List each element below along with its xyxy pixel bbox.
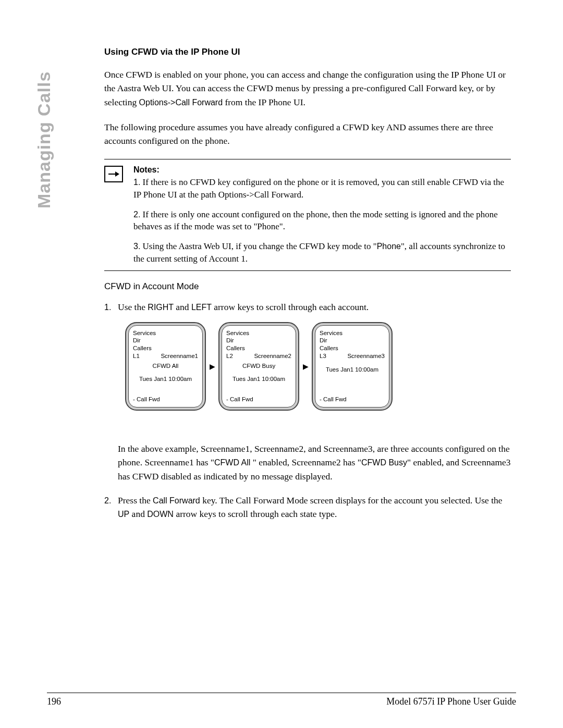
- scr-dir: Dir: [320, 337, 385, 344]
- section-heading: Using CFWD via the IP Phone UI: [104, 47, 511, 57]
- note3num: 3.: [133, 242, 140, 251]
- page-footer: 196 Model 6757i IP Phone User Guide: [47, 693, 516, 707]
- footer-page-number: 196: [47, 696, 61, 707]
- step1num-text: 1.: [104, 303, 111, 312]
- scr-dir: Dir: [226, 337, 291, 344]
- notes-block: Notes: 1. If there is no CFWD key config…: [104, 159, 511, 271]
- scr-bottom: - Call Fwd: [320, 396, 347, 403]
- s2a: Press the: [118, 495, 153, 505]
- note2num: 2.: [133, 210, 140, 219]
- phone-screen-3: Services Dir Callers L3 Screenname3 Tues…: [312, 322, 393, 411]
- intro-paragraph-2: The following procedure assumes you have…: [104, 120, 511, 148]
- phone-screen-2: Services Dir Callers L2 Screenname2 CFWD…: [218, 322, 299, 411]
- notes-row: Notes: 1. If there is no CFWD key config…: [104, 164, 511, 265]
- note1num: 1.: [133, 178, 140, 187]
- screen-inner: Services Dir Callers L2 Screenname2 CFWD…: [222, 325, 296, 408]
- scr-line-id: L1: [133, 352, 140, 360]
- scr-services: Services: [226, 329, 291, 337]
- scr-callers: Callers: [226, 344, 291, 352]
- note3a: Using the Aastra Web UI, if you change t…: [140, 241, 376, 251]
- scr-time: Tues Jan1 10:00am: [320, 366, 385, 373]
- s2d: UP: [118, 510, 129, 519]
- ad: CFWD Busy: [361, 458, 407, 467]
- arrow-right-icon: ▶: [206, 362, 218, 371]
- s2g: arrow keys to scroll through each state …: [176, 509, 337, 519]
- scr-name: Screenname3: [347, 352, 385, 360]
- notes-body: Notes: 1. If there is no CFWD key config…: [133, 164, 511, 265]
- scr-time: Tues Jan1 10:00am: [133, 375, 198, 382]
- scr-time: Tues Jan1 10:00am: [226, 375, 291, 382]
- scr-status: CFWD Busy: [226, 362, 291, 369]
- s1d: LEFT: [191, 303, 214, 312]
- scr-line4: L2 Screenname2: [226, 352, 291, 360]
- s1a: Use the: [118, 302, 148, 312]
- note-2: 2. If there is only one account configur…: [133, 208, 511, 233]
- scr-status: CFWD All: [133, 362, 198, 369]
- para1c: from the IP Phone UI.: [223, 97, 305, 107]
- step2-num: 2.: [104, 493, 118, 521]
- page: Managing Calls Using CFWD via the IP Pho…: [0, 0, 563, 728]
- side-tab-text: Managing Calls: [34, 71, 54, 208]
- s2e: and: [129, 509, 147, 519]
- phone-screen-1: Services Dir Callers L1 Screenname1 CFWD…: [125, 322, 206, 411]
- note-1: Notes: 1. If there is no CFWD key config…: [133, 164, 511, 201]
- scr-line-id: L2: [226, 352, 233, 360]
- scr-callers: Callers: [320, 344, 385, 352]
- step2-text: Press the Call Forward key. The Call For…: [118, 493, 511, 521]
- footer-doc-title: Model 6757i IP Phone User Guide: [386, 696, 516, 707]
- arrow-right-icon: ▶: [299, 362, 312, 371]
- notes-title: Notes:: [133, 165, 160, 174]
- content-area: Using CFWD via the IP Phone UI Once CFWD…: [104, 47, 511, 521]
- sub-heading: CFWD in Account Mode: [104, 281, 511, 292]
- side-tab: Managing Calls: [34, 71, 54, 208]
- ab: CFWD All: [214, 458, 253, 467]
- para1b: Options->Call Forward: [139, 98, 223, 107]
- s1c: and: [176, 302, 191, 312]
- scr-name: Screenname1: [161, 352, 198, 360]
- s1b: RIGHT: [148, 303, 176, 312]
- intro-paragraph-1: Once CFWD is enabled on your phone, you …: [104, 68, 511, 109]
- scr-dir: Dir: [133, 337, 198, 344]
- screen-inner: Services Dir Callers L1 Screenname1 CFWD…: [128, 325, 203, 408]
- scr-name: Screenname2: [254, 352, 291, 360]
- s2b: Call Forward: [153, 496, 202, 505]
- step-1: 1. Use the RIGHT and LEFT arrow keys to …: [104, 300, 511, 314]
- scr-line4: L1 Screenname1: [133, 352, 198, 360]
- step1-text: Use the RIGHT and LEFT arrow keys to scr…: [118, 300, 511, 314]
- note1-text: If there is no CFWD key configured on th…: [133, 177, 504, 200]
- step1-num: 1.: [104, 300, 118, 314]
- scr-line-id: L3: [320, 352, 326, 360]
- s2c: key. The Call Forward Mode screen displa…: [202, 495, 502, 505]
- ac: " enabled, Screenname2 has ": [253, 457, 361, 467]
- svg-marker-1: [115, 171, 119, 177]
- scr-line4: L3 Screenname3: [320, 352, 385, 360]
- scr-services: Services: [133, 329, 198, 337]
- note3b: Phone: [377, 242, 401, 251]
- scr-callers: Callers: [133, 344, 198, 352]
- s1e: arrow keys to scroll through each accoun…: [214, 302, 369, 312]
- after-screens-paragraph: In the above example, Screenname1, Scree…: [118, 442, 511, 483]
- arrow-right-icon: [104, 166, 123, 182]
- s2f: DOWN: [147, 510, 176, 519]
- scr-services: Services: [320, 329, 385, 337]
- note-3: 3. Using the Aastra Web UI, if you chang…: [133, 240, 511, 265]
- step-2: 2. Press the Call Forward key. The Call …: [104, 493, 511, 521]
- phone-screens-row: Services Dir Callers L1 Screenname1 CFWD…: [125, 322, 511, 411]
- note2-text: If there is only one account configured …: [133, 209, 498, 232]
- step2num-text: 2.: [104, 496, 111, 505]
- scr-bottom: - Call Fwd: [226, 396, 253, 403]
- scr-bottom: - Call Fwd: [133, 396, 160, 403]
- screen-inner: Services Dir Callers L3 Screenname3 Tues…: [315, 325, 389, 408]
